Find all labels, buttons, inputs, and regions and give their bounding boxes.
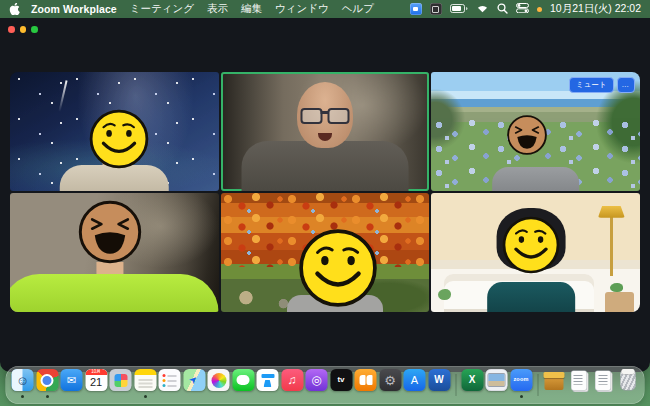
- excel-label: X: [469, 375, 476, 385]
- dock-music-icon[interactable]: ♫: [281, 369, 303, 398]
- dock-keynote-icon[interactable]: [257, 369, 279, 398]
- menubar-menu-2[interactable]: 表示: [207, 2, 228, 14]
- small-plant: [438, 289, 451, 300]
- side-table-plant: [605, 292, 634, 312]
- maps-glyph: ➤: [187, 373, 200, 386]
- participant-body: [60, 165, 169, 191]
- dock-notes-icon[interactable]: [134, 369, 156, 398]
- more-options-button[interactable]: …: [617, 77, 636, 93]
- dock-screenshot-preview-icon[interactable]: [486, 369, 508, 398]
- dock-divider: [455, 374, 456, 396]
- menubar-menu-3[interactable]: 編集: [241, 2, 262, 14]
- dock-photos-icon[interactable]: [208, 369, 230, 398]
- dock-mail-icon[interactable]: ✉: [61, 369, 83, 398]
- mute-participant-button[interactable]: ミュート: [569, 77, 614, 93]
- battery-icon[interactable]: [450, 3, 468, 15]
- window-fullscreen-button[interactable]: [31, 26, 38, 33]
- participant-body: [492, 167, 580, 191]
- dock-finder-icon[interactable]: ☺: [12, 369, 34, 398]
- dock-messages-icon[interactable]: [232, 369, 254, 398]
- dock-launchpad-icon[interactable]: [110, 369, 132, 398]
- dock-divider: [537, 374, 538, 396]
- zoom-menubar-icon[interactable]: [410, 3, 422, 15]
- apple-menu-icon[interactable]: [9, 3, 20, 15]
- running-indicator-dot: [520, 395, 523, 398]
- zoom-label: zoom: [513, 377, 528, 383]
- laughing-emoji-overlay: [77, 199, 143, 265]
- dock-documents-stack-1-icon[interactable]: [568, 369, 590, 398]
- wifi-icon[interactable]: [476, 3, 489, 15]
- dock-word-icon[interactable]: W: [428, 369, 450, 398]
- appletv-label: tv: [337, 376, 344, 384]
- participant-body: [10, 274, 219, 312]
- spotlight-search-icon[interactable]: [497, 3, 508, 16]
- menu-bar: Zoom Workplace ミーティング表示編集ウィンドウヘルプ 10月21日…: [0, 0, 650, 18]
- menubar-app-name[interactable]: Zoom Workplace: [31, 3, 117, 15]
- zoom-window: ミュート …: [0, 18, 650, 372]
- window-minimize-button[interactable]: [20, 26, 27, 33]
- word-label: W: [434, 375, 443, 385]
- calendar-day-label: 21: [90, 377, 102, 388]
- control-center-icon[interactable]: [516, 3, 529, 15]
- dock-installer-package-icon[interactable]: [543, 369, 565, 398]
- podcasts-glyph: ◎: [311, 374, 321, 386]
- window-close-button[interactable]: [8, 26, 15, 33]
- running-indicator-dot: [144, 395, 147, 398]
- video-gallery: ミュート …: [10, 72, 640, 312]
- dock-system-settings-icon[interactable]: ⚙: [379, 369, 401, 398]
- video-tile-2-active-speaker[interactable]: [221, 72, 430, 191]
- dock-podcasts-icon[interactable]: ◎: [306, 369, 328, 398]
- music-glyph: ♫: [288, 374, 297, 386]
- dock-reminders-icon[interactable]: [159, 369, 181, 398]
- dock-chrome-icon[interactable]: [36, 369, 58, 398]
- menubar-menu-4[interactable]: ウィンドウ: [275, 2, 329, 14]
- video-tile-6[interactable]: [431, 193, 640, 312]
- dock-zoom-icon[interactable]: zoom: [510, 369, 532, 398]
- mail-glyph: ✉: [67, 375, 76, 386]
- menubar-clock[interactable]: 10月21日(火) 22:02: [550, 2, 641, 16]
- dock-excel-icon[interactable]: X: [461, 369, 483, 398]
- video-tile-1[interactable]: [10, 72, 219, 191]
- dock-books-icon[interactable]: [355, 369, 377, 398]
- menubar-menu-1[interactable]: ミーティング: [130, 2, 194, 14]
- dock-documents-stack-2-icon[interactable]: [592, 369, 614, 398]
- dock-appletv-icon[interactable]: tv: [330, 369, 352, 398]
- dock: ☺✉10月21➤♫◎tv⚙AWXzoom: [6, 366, 645, 404]
- dock-maps-icon[interactable]: ➤: [183, 369, 205, 398]
- participant-body: [242, 141, 409, 191]
- desktop: Zoom Workplace ミーティング表示編集ウィンドウヘルプ 10月21日…: [0, 0, 650, 406]
- floor-lamp: [610, 217, 613, 277]
- appstore-label: A: [411, 375, 418, 386]
- dock-appstore-icon[interactable]: A: [404, 369, 426, 398]
- video-tile-3[interactable]: ミュート …: [431, 72, 640, 191]
- recording-indicator-dot: [537, 7, 542, 12]
- participant-body: [287, 295, 383, 312]
- menubar-menu-5[interactable]: ヘルプ: [342, 2, 374, 14]
- participant-hair: [497, 208, 566, 270]
- glasses: [300, 108, 349, 124]
- finder-glyph: ☺: [16, 374, 29, 387]
- running-indicator-dot: [46, 395, 49, 398]
- video-tile-4[interactable]: [10, 193, 219, 312]
- window-title-bar[interactable]: [0, 18, 650, 40]
- participant-body: [488, 282, 576, 312]
- video-tile-5[interactable]: [221, 193, 430, 312]
- maple-foliage: [221, 193, 430, 267]
- dock-trash-icon[interactable]: [617, 369, 639, 398]
- system-settings-glyph: ⚙: [384, 374, 396, 387]
- dock-calendar-icon[interactable]: 10月21: [85, 369, 107, 398]
- running-indicator-dot: [21, 395, 24, 398]
- menubar-extra-app-icon[interactable]: [430, 3, 442, 15]
- calendar-month-label: 10月: [85, 369, 107, 375]
